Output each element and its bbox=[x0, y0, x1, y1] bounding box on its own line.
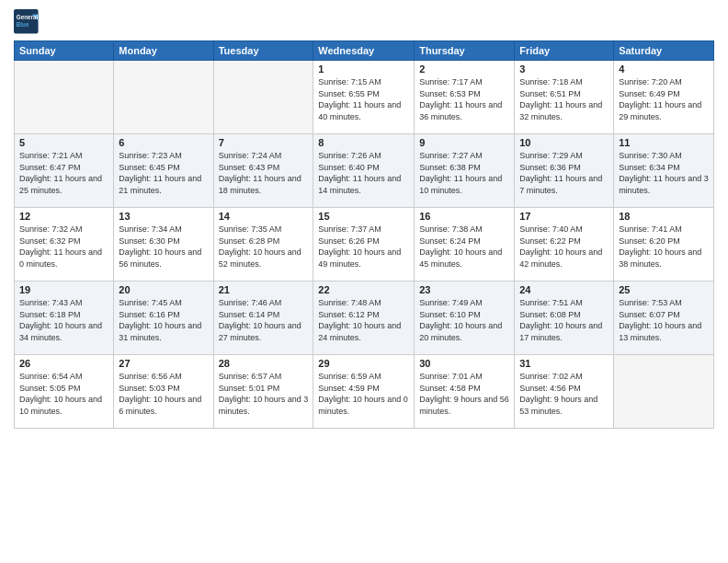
day-number: 29 bbox=[318, 358, 409, 369]
cell-text: Sunrise: 7:40 AMSunset: 6:22 PMDaylight:… bbox=[519, 224, 609, 270]
calendar-cell: 29Sunrise: 6:59 AMSunset: 4:59 PMDayligh… bbox=[313, 355, 415, 429]
calendar-cell: 31Sunrise: 7:02 AMSunset: 4:56 PMDayligh… bbox=[515, 355, 614, 429]
day-number: 23 bbox=[419, 284, 509, 295]
day-number: 27 bbox=[119, 358, 208, 369]
calendar-cell: 8Sunrise: 7:26 AMSunset: 6:40 PMDaylight… bbox=[313, 134, 415, 208]
day-number: 1 bbox=[318, 63, 409, 75]
cell-text: Sunrise: 6:57 AMSunset: 5:01 PMDaylight:… bbox=[219, 371, 309, 417]
calendar-cell: 1Sunrise: 7:15 AMSunset: 6:55 PMDaylight… bbox=[313, 61, 415, 134]
day-number: 10 bbox=[519, 137, 609, 148]
logo: General Blue bbox=[14, 9, 40, 35]
calendar-cell: 12Sunrise: 7:32 AMSunset: 6:32 PMDayligh… bbox=[15, 208, 114, 282]
cell-text: Sunrise: 7:30 AMSunset: 6:34 PMDaylight:… bbox=[619, 150, 709, 196]
weekday-header-row: SundayMondayTuesdayWednesdayThursdayFrid… bbox=[15, 41, 714, 61]
day-number: 30 bbox=[419, 358, 509, 369]
day-number: 20 bbox=[119, 284, 208, 295]
cell-text: Sunrise: 7:41 AMSunset: 6:20 PMDaylight:… bbox=[619, 224, 709, 270]
day-number: 12 bbox=[19, 211, 108, 222]
cell-text: Sunrise: 7:02 AMSunset: 4:56 PMDaylight:… bbox=[519, 371, 609, 417]
calendar-cell: 28Sunrise: 6:57 AMSunset: 5:01 PMDayligh… bbox=[213, 355, 313, 429]
cell-text: Sunrise: 7:17 AMSunset: 6:53 PMDaylight:… bbox=[419, 76, 509, 122]
calendar-week-5: 26Sunrise: 6:54 AMSunset: 5:05 PMDayligh… bbox=[15, 355, 714, 429]
day-number: 28 bbox=[219, 358, 309, 369]
cell-text: Sunrise: 6:56 AMSunset: 5:03 PMDaylight:… bbox=[119, 371, 208, 417]
day-number: 17 bbox=[519, 211, 609, 222]
calendar-cell: 25Sunrise: 7:53 AMSunset: 6:07 PMDayligh… bbox=[614, 282, 714, 355]
cell-text: Sunrise: 7:29 AMSunset: 6:36 PMDaylight:… bbox=[519, 150, 609, 196]
calendar-cell: 3Sunrise: 7:18 AMSunset: 6:51 PMDaylight… bbox=[515, 61, 614, 134]
calendar-week-2: 5Sunrise: 7:21 AMSunset: 6:47 PMDaylight… bbox=[15, 134, 714, 208]
weekday-header-tuesday: Tuesday bbox=[213, 41, 313, 61]
cell-text: Sunrise: 7:37 AMSunset: 6:26 PMDaylight:… bbox=[318, 224, 409, 270]
calendar-cell: 27Sunrise: 6:56 AMSunset: 5:03 PMDayligh… bbox=[114, 355, 213, 429]
day-number: 3 bbox=[519, 63, 609, 75]
cell-text: Sunrise: 7:38 AMSunset: 6:24 PMDaylight:… bbox=[419, 224, 509, 270]
cell-text: Sunrise: 7:51 AMSunset: 6:08 PMDaylight:… bbox=[519, 297, 609, 343]
calendar-cell: 22Sunrise: 7:48 AMSunset: 6:12 PMDayligh… bbox=[313, 282, 415, 355]
cell-text: Sunrise: 7:49 AMSunset: 6:10 PMDaylight:… bbox=[419, 297, 509, 343]
cell-text: Sunrise: 7:20 AMSunset: 6:49 PMDaylight:… bbox=[619, 76, 709, 122]
day-number: 15 bbox=[318, 211, 409, 222]
calendar-cell bbox=[213, 61, 313, 134]
cell-text: Sunrise: 7:48 AMSunset: 6:12 PMDaylight:… bbox=[318, 297, 409, 343]
logo-icon: General Blue bbox=[14, 9, 40, 35]
calendar-cell: 5Sunrise: 7:21 AMSunset: 6:47 PMDaylight… bbox=[15, 134, 114, 208]
day-number: 11 bbox=[619, 137, 709, 148]
header: General Blue bbox=[14, 9, 714, 35]
cell-text: Sunrise: 7:45 AMSunset: 6:16 PMDaylight:… bbox=[119, 297, 208, 343]
cell-text: Sunrise: 7:23 AMSunset: 6:45 PMDaylight:… bbox=[119, 150, 208, 196]
weekday-header-monday: Monday bbox=[114, 41, 213, 61]
day-number: 24 bbox=[519, 284, 609, 295]
weekday-header-friday: Friday bbox=[515, 41, 614, 61]
calendar-cell: 26Sunrise: 6:54 AMSunset: 5:05 PMDayligh… bbox=[15, 355, 114, 429]
day-number: 16 bbox=[419, 211, 509, 222]
day-number: 18 bbox=[619, 211, 709, 222]
cell-text: Sunrise: 7:46 AMSunset: 6:14 PMDaylight:… bbox=[219, 297, 309, 343]
weekday-header-thursday: Thursday bbox=[415, 41, 515, 61]
calendar-cell: 10Sunrise: 7:29 AMSunset: 6:36 PMDayligh… bbox=[515, 134, 614, 208]
calendar-cell: 23Sunrise: 7:49 AMSunset: 6:10 PMDayligh… bbox=[415, 282, 515, 355]
day-number: 4 bbox=[619, 63, 709, 75]
calendar-cell: 13Sunrise: 7:34 AMSunset: 6:30 PMDayligh… bbox=[114, 208, 213, 282]
cell-text: Sunrise: 6:54 AMSunset: 5:05 PMDaylight:… bbox=[19, 371, 108, 417]
day-number: 22 bbox=[318, 284, 409, 295]
cell-text: Sunrise: 7:01 AMSunset: 4:58 PMDaylight:… bbox=[419, 371, 509, 417]
calendar-cell: 14Sunrise: 7:35 AMSunset: 6:28 PMDayligh… bbox=[213, 208, 313, 282]
calendar-cell: 7Sunrise: 7:24 AMSunset: 6:43 PMDaylight… bbox=[213, 134, 313, 208]
cell-text: Sunrise: 7:18 AMSunset: 6:51 PMDaylight:… bbox=[519, 76, 609, 122]
calendar-cell bbox=[15, 61, 114, 134]
calendar-cell: 30Sunrise: 7:01 AMSunset: 4:58 PMDayligh… bbox=[415, 355, 515, 429]
calendar-cell: 9Sunrise: 7:27 AMSunset: 6:38 PMDaylight… bbox=[415, 134, 515, 208]
calendar-week-3: 12Sunrise: 7:32 AMSunset: 6:32 PMDayligh… bbox=[15, 208, 714, 282]
cell-text: Sunrise: 6:59 AMSunset: 4:59 PMDaylight:… bbox=[318, 371, 409, 417]
svg-text:Blue: Blue bbox=[17, 21, 29, 28]
cell-text: Sunrise: 7:27 AMSunset: 6:38 PMDaylight:… bbox=[419, 150, 509, 196]
day-number: 31 bbox=[519, 358, 609, 369]
svg-text:General: General bbox=[17, 14, 39, 20]
calendar-week-4: 19Sunrise: 7:43 AMSunset: 6:18 PMDayligh… bbox=[15, 282, 714, 355]
cell-text: Sunrise: 7:34 AMSunset: 6:30 PMDaylight:… bbox=[119, 224, 208, 270]
day-number: 26 bbox=[19, 358, 108, 369]
day-number: 13 bbox=[119, 211, 208, 222]
calendar-cell: 2Sunrise: 7:17 AMSunset: 6:53 PMDaylight… bbox=[415, 61, 515, 134]
cell-text: Sunrise: 7:32 AMSunset: 6:32 PMDaylight:… bbox=[19, 224, 108, 270]
calendar-cell bbox=[614, 355, 714, 429]
cell-text: Sunrise: 7:35 AMSunset: 6:28 PMDaylight:… bbox=[219, 224, 309, 270]
weekday-header-wednesday: Wednesday bbox=[313, 41, 415, 61]
cell-text: Sunrise: 7:53 AMSunset: 6:07 PMDaylight:… bbox=[619, 297, 709, 343]
calendar-table: SundayMondayTuesdayWednesdayThursdayFrid… bbox=[14, 40, 714, 429]
day-number: 6 bbox=[119, 137, 208, 148]
calendar-cell: 21Sunrise: 7:46 AMSunset: 6:14 PMDayligh… bbox=[213, 282, 313, 355]
calendar-cell: 24Sunrise: 7:51 AMSunset: 6:08 PMDayligh… bbox=[515, 282, 614, 355]
day-number: 8 bbox=[318, 137, 409, 148]
calendar-cell: 19Sunrise: 7:43 AMSunset: 6:18 PMDayligh… bbox=[15, 282, 114, 355]
weekday-header-saturday: Saturday bbox=[614, 41, 714, 61]
day-number: 14 bbox=[219, 211, 309, 222]
calendar-cell: 18Sunrise: 7:41 AMSunset: 6:20 PMDayligh… bbox=[614, 208, 714, 282]
cell-text: Sunrise: 7:26 AMSunset: 6:40 PMDaylight:… bbox=[318, 150, 409, 196]
cell-text: Sunrise: 7:21 AMSunset: 6:47 PMDaylight:… bbox=[19, 150, 108, 196]
day-number: 9 bbox=[419, 137, 509, 148]
cell-text: Sunrise: 7:24 AMSunset: 6:43 PMDaylight:… bbox=[219, 150, 309, 196]
calendar-week-1: 1Sunrise: 7:15 AMSunset: 6:55 PMDaylight… bbox=[15, 61, 714, 134]
calendar-cell: 4Sunrise: 7:20 AMSunset: 6:49 PMDaylight… bbox=[614, 61, 714, 134]
